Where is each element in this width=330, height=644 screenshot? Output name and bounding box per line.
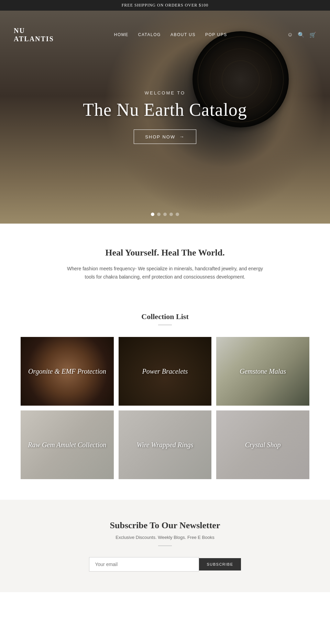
- collection-label-wire: Wire Wrapped Rings: [131, 440, 199, 449]
- newsletter-title: Subscribe To Our Newsletter: [14, 520, 316, 531]
- hero-carousel-dots: [151, 213, 179, 216]
- nav-popups[interactable]: POP UPS: [205, 32, 227, 37]
- heal-section: Heal Yourself. Heal The World. Where fas…: [0, 224, 330, 302]
- shop-now-button[interactable]: SHOP NOW →: [134, 129, 196, 144]
- carousel-dot-4[interactable]: [169, 213, 173, 216]
- collection-label-raw-gem: Raw Gem Amulet Collection: [22, 440, 112, 449]
- heal-title: Heal Yourself. Heal The World.: [62, 248, 268, 258]
- collection-label-orgonite: Orgonite & EMF Protection: [23, 367, 112, 376]
- nav-catalog[interactable]: CATALOG: [138, 32, 161, 37]
- newsletter-subtitle: Exclusive Discounts. Weekly Blogs. Free …: [14, 535, 316, 540]
- collection-grid: Orgonite & EMF Protection Power Bracelet…: [21, 337, 309, 479]
- hero-section: NU ATLANTIS HOME CATALOG ABOUT US POP UP…: [0, 11, 330, 224]
- hero-content: WELCOME TO The Nu Earth Catalog SHOP NOW…: [83, 90, 247, 144]
- collection-section-title: Collection List: [21, 312, 309, 321]
- site-logo[interactable]: NU ATLANTIS: [14, 26, 54, 43]
- heal-description: Where fashion meets frequency- We specia…: [62, 265, 268, 281]
- nav-about[interactable]: ABOUT US: [170, 32, 196, 37]
- top-announcement-bar: FREE SHIPPING ON ORDERS OVER $100: [0, 0, 330, 11]
- carousel-dot-1[interactable]: [151, 213, 154, 216]
- newsletter-section: Subscribe To Our Newsletter Exclusive Di…: [0, 500, 330, 592]
- collection-label-malas: Gemstone Malas: [234, 367, 292, 376]
- collection-item-bracelets[interactable]: Power Bracelets: [119, 337, 212, 406]
- collection-label-bracelets: Power Bracelets: [137, 367, 194, 376]
- site-header: NU ATLANTIS HOME CATALOG ABOUT US POP UP…: [0, 21, 330, 48]
- cart-icon[interactable]: 🛒: [309, 32, 316, 38]
- carousel-dot-2[interactable]: [157, 213, 161, 216]
- nav-icons: ☺ 🔍 🛒: [287, 32, 316, 38]
- carousel-dot-3[interactable]: [163, 213, 167, 216]
- arrow-icon: →: [179, 134, 185, 139]
- newsletter-divider: [158, 545, 172, 546]
- hero-welcome-text: WELCOME TO: [83, 90, 247, 95]
- email-input[interactable]: [89, 557, 199, 572]
- nav-home[interactable]: HOME: [114, 32, 129, 37]
- announcement-text: FREE SHIPPING ON ORDERS OVER $100: [122, 3, 209, 8]
- collection-divider: [158, 325, 172, 325]
- collection-item-orgonite[interactable]: Orgonite & EMF Protection: [21, 337, 114, 406]
- newsletter-form: SUBSCRIBE: [14, 557, 316, 572]
- account-icon[interactable]: ☺: [287, 32, 293, 38]
- main-nav: HOME CATALOG ABOUT US POP UPS: [114, 32, 227, 37]
- hero-title: The Nu Earth Catalog: [83, 100, 247, 120]
- collection-section: Collection List Orgonite & EMF Protectio…: [0, 302, 330, 500]
- collection-item-malas[interactable]: Gemstone Malas: [216, 337, 309, 406]
- collection-label-crystal: Crystal Shop: [240, 440, 286, 449]
- subscribe-button[interactable]: SUBSCRIBE: [199, 558, 241, 570]
- collection-item-raw-gem[interactable]: Raw Gem Amulet Collection: [21, 410, 114, 479]
- carousel-dot-5[interactable]: [176, 213, 179, 216]
- search-icon[interactable]: 🔍: [298, 32, 305, 38]
- collection-item-crystal[interactable]: Crystal Shop: [216, 410, 309, 479]
- collection-item-wire[interactable]: Wire Wrapped Rings: [119, 410, 212, 479]
